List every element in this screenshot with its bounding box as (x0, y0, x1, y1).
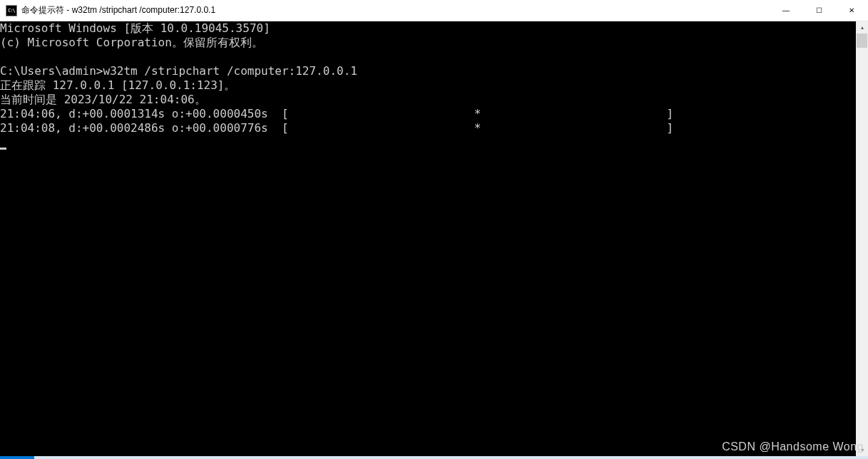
close-button[interactable]: ✕ (835, 0, 868, 21)
console-line: 当前时间是 2023/10/22 21:04:06。 (0, 93, 206, 106)
console-line: 21:04:08, d:+00.0002486s o:+00.0000776s … (0, 121, 673, 135)
taskbar-highlight (0, 456, 34, 459)
watermark-text: CSDN @Handsome Wong (722, 440, 864, 453)
text-cursor (0, 148, 6, 150)
minimize-button[interactable]: — (770, 0, 802, 21)
console-output[interactable]: Microsoft Windows [版本 10.0.19045.3570] (… (0, 21, 856, 456)
window-controls: — ☐ ✕ (770, 0, 868, 21)
window-title: 命令提示符 - w32tm /stripchart /computer:127.… (21, 4, 770, 16)
console-area: Microsoft Windows [版本 10.0.19045.3570] (… (0, 21, 868, 456)
maximize-button[interactable]: ☐ (802, 0, 835, 21)
console-line: 正在跟踪 127.0.0.1 [127.0.0.1:123]。 (0, 78, 235, 92)
taskbar (0, 456, 868, 459)
vertical-scrollbar[interactable]: ▴ ▾ (856, 21, 868, 456)
scroll-up-arrow-icon[interactable]: ▴ (856, 21, 868, 33)
console-line: 21:04:06, d:+00.0001314s o:+00.0000450s … (0, 107, 673, 120)
cmd-icon: C:\ (6, 5, 17, 16)
console-line: Microsoft Windows [版本 10.0.19045.3570] (0, 21, 270, 35)
console-line: C:\Users\admin>w32tm /stripchart /comput… (0, 64, 357, 78)
window-titlebar: C:\ 命令提示符 - w32tm /stripchart /computer:… (0, 0, 868, 21)
scroll-thumb[interactable] (857, 33, 867, 48)
console-line: (c) Microsoft Corporation。保留所有权利。 (0, 36, 263, 49)
